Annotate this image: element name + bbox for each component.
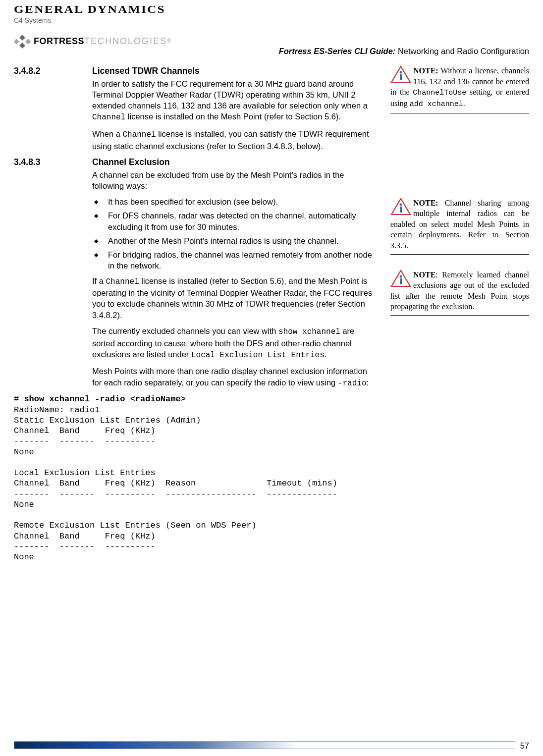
guide-title-bold: Fortress ES-Series CLI Guide: bbox=[279, 47, 396, 55]
brand-b: TECHNOLOGIES bbox=[84, 35, 167, 47]
svg-rect-6 bbox=[400, 74, 402, 80]
list-item: It has been specified for exclusion (see… bbox=[104, 196, 377, 207]
section-title: Licensed TDWR Channels bbox=[92, 65, 200, 77]
note: NOTE: Without a license, channels 116, 1… bbox=[390, 65, 529, 113]
code-inline: Channel bbox=[92, 113, 125, 122]
note-icon bbox=[390, 198, 411, 216]
code-inline: Local Exclusion List Entries bbox=[191, 351, 325, 360]
brand-a: FORTRESS bbox=[34, 35, 84, 47]
para: The currently excluded channels you can … bbox=[92, 325, 377, 361]
section-number: 3.4.8.3 bbox=[14, 157, 92, 168]
svg-point-5 bbox=[400, 71, 402, 74]
spacer bbox=[390, 128, 529, 198]
para: If a Channel license is installed (refer… bbox=[92, 275, 377, 321]
section-number: 3.4.8.2 bbox=[14, 65, 92, 77]
brand-row: FORTRESSTECHNOLOGIES® bbox=[14, 33, 172, 50]
code-block: # show xchannel -radio <radioName> Radio… bbox=[14, 394, 377, 562]
note: NOTE: Remotely learned channel exclusion… bbox=[390, 270, 529, 316]
code-command: show xchannel -radio <radioName> bbox=[24, 394, 185, 404]
section-heading: 3.4.8.2 Licensed TDWR Channels bbox=[14, 65, 377, 77]
main-column: 3.4.8.2 Licensed TDWR Channels In order … bbox=[14, 65, 377, 562]
note-label: NOTE: bbox=[413, 66, 438, 75]
note-label: NOTE bbox=[413, 270, 435, 279]
code-inline: Channel bbox=[122, 130, 156, 139]
list-item: For bridging radios, the channel was lea… bbox=[104, 249, 377, 271]
guide-title: Fortress ES-Series CLI Guide: Networking… bbox=[279, 37, 529, 56]
svg-marker-3 bbox=[25, 39, 31, 45]
svg-point-11 bbox=[400, 275, 402, 277]
code-inline: ChannelToUse bbox=[413, 89, 466, 97]
para: Mesh Points with more than one radio dis… bbox=[92, 366, 377, 389]
note-icon bbox=[390, 270, 411, 287]
svg-rect-12 bbox=[400, 278, 402, 284]
para: In order to satisfy the FCC requirement … bbox=[92, 78, 377, 123]
para: A channel can be excluded from use by th… bbox=[92, 169, 377, 192]
company-subunit: C4 Systems bbox=[14, 16, 172, 25]
para: When a Channel license is installed, you… bbox=[92, 128, 377, 152]
note-icon bbox=[390, 65, 411, 83]
section-title: Channel Exclusion bbox=[92, 157, 170, 168]
guide-title-rest: Networking and Radio Configuration bbox=[395, 47, 529, 55]
list-item: Another of the Mesh Point's internal rad… bbox=[104, 235, 377, 246]
code-inline: add xchannel bbox=[410, 100, 463, 108]
bullet-list: It has been specified for exclusion (see… bbox=[92, 196, 377, 271]
company-name: GENERAL DYNAMICS bbox=[14, 2, 196, 17]
page-header: GENERAL DYNAMICS C4 Systems FORTRESSTECH… bbox=[14, 0, 529, 56]
svg-marker-0 bbox=[19, 35, 25, 41]
code-body: RadioName: radio1 Static Exclusion List … bbox=[14, 405, 337, 562]
footer-bar bbox=[14, 741, 529, 749]
section-heading: 3.4.8.3 Channel Exclusion bbox=[14, 157, 377, 168]
svg-point-8 bbox=[400, 203, 402, 206]
note: NOTE: Channel sharing among multiple int… bbox=[390, 198, 529, 255]
svg-marker-1 bbox=[19, 43, 25, 49]
fortress-icon bbox=[14, 33, 31, 50]
code-inline: -radio bbox=[338, 379, 367, 388]
svg-rect-9 bbox=[400, 207, 402, 213]
code-inline: show xchannel bbox=[278, 327, 340, 336]
code-inline: Channel bbox=[106, 277, 139, 286]
reg-mark: ® bbox=[167, 37, 171, 45]
list-item: For DFS channels, radar was detected on … bbox=[104, 210, 377, 232]
side-column: NOTE: Without a license, channels 116, 1… bbox=[390, 65, 529, 330]
logo-area: GENERAL DYNAMICS C4 Systems FORTRESSTECH… bbox=[14, 2, 172, 56]
page-number: 57 bbox=[515, 740, 529, 751]
svg-marker-2 bbox=[14, 39, 19, 45]
note-label: NOTE: bbox=[413, 199, 438, 207]
